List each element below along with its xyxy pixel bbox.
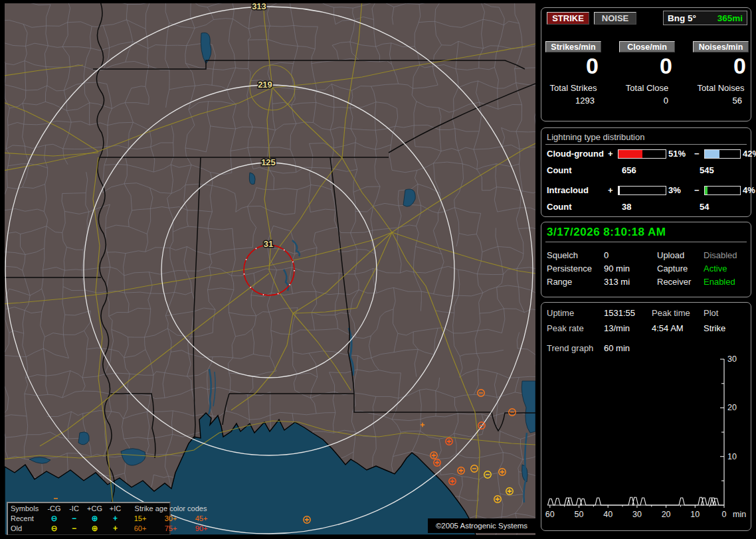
peak-rate-value: 13/min [604, 323, 630, 333]
peak-rate-label: Peak rate [547, 323, 584, 333]
trend-x-tick-label: 30 [632, 510, 642, 519]
peak-time-label: Peak time [652, 308, 690, 318]
plot-value: Strike [704, 323, 725, 333]
cloud-ground-label: Cloud-ground [547, 149, 608, 159]
old-ic-pos-icon: + [106, 524, 125, 534]
minus-sign: − [694, 149, 704, 159]
distribution-title: Lightning type distribution [547, 132, 644, 142]
ic-positive-bar [618, 186, 666, 195]
capture-label: Capture [657, 264, 688, 273]
ic-negative-bar [704, 186, 741, 195]
cg-positive-bar [618, 149, 666, 159]
receiver-label: Receiver [657, 277, 691, 287]
map-canvas: 31321912531 [5, 3, 535, 535]
old-cg-neg-icon: ⊖ [44, 524, 64, 534]
total-strikes-label: Total Strikes [543, 83, 604, 93]
trend-strike-rate-series [548, 497, 725, 505]
recent-cg-neg-icon: ⊖ [44, 514, 64, 524]
trend-x-tick-label: 60 [545, 510, 555, 519]
plus-sign: + [608, 185, 618, 195]
trend-y-tick-label: 20 [727, 403, 737, 412]
upload-label: Upload [657, 250, 684, 260]
datetime-display: 3/17/2026 8:10:18 AM [547, 226, 666, 239]
trend-y-tick-label: 10 [727, 452, 737, 461]
control-panel: STRIKE NOISE Bng 5° 365mi Strikes/min 0 … [541, 0, 753, 539]
cg-negative-count: 545 [700, 165, 714, 175]
trend-x-tick-label: 50 [575, 510, 584, 519]
session-trend-box: Uptime 1531:55 Peak time Plot Peak rate … [541, 302, 751, 531]
range-value: 365mi [717, 13, 743, 23]
trend-x-tick-label: 10 [690, 510, 700, 519]
age-60: 60+ [125, 524, 155, 534]
peak-time-value: 4:54 AM [652, 323, 684, 333]
ring-label-219: 219 [258, 80, 272, 90]
ring-label-313: 313 [252, 3, 266, 11]
noises-per-min-value: 0 [690, 52, 751, 83]
app-window: { "map": { "colors": {"land":"#5c5150","… [0, 0, 756, 539]
trend-y-tick-label: 30 [727, 354, 737, 364]
legend-recent-row: Recent ⊖ − ⊕ + 15+ 30+ 45+ [11, 514, 167, 524]
lightning-map[interactable]: 31321912531 Symbols -CG -IC +CG +IC Stri… [5, 3, 535, 535]
squelch-value: 0 [604, 250, 609, 260]
ic-negative-count: 54 [700, 202, 709, 212]
close-per-min-value: 0 [616, 52, 678, 83]
ic-positive-pct: 3% [668, 185, 694, 195]
trend-x-tick-label: 20 [662, 510, 671, 519]
recent-ic-pos-icon: + [106, 514, 125, 524]
cg-negative-bar [704, 149, 741, 159]
strike-counters-box: STRIKE NOISE Bng 5° 365mi Strikes/min 0 … [541, 7, 751, 121]
cg-positive-count: 656 [622, 165, 636, 175]
plot-label: Plot [704, 308, 718, 318]
legend-cg-pos-label: +CG [84, 504, 106, 514]
intracloud-label: Intracloud [547, 185, 608, 195]
map-legend: Symbols -CG -IC +CG +IC Strike age color… [7, 502, 171, 535]
cg-positive-pct: 51% [668, 149, 694, 159]
legend-old-row: Old ⊖ − ⊕ + 60+ 75+ 90+ [11, 524, 167, 534]
distribution-divider [545, 144, 747, 145]
ic-count-label: Count [547, 202, 572, 212]
persistence-value: 90 min [604, 264, 630, 273]
strikes-per-min-value: 0 [543, 52, 604, 83]
squelch-label: Squelch [547, 250, 578, 260]
upload-status: Disabled [704, 250, 737, 260]
trend-x-tick-label: 40 [603, 510, 613, 519]
noise-mode-button[interactable]: NOISE [594, 12, 636, 25]
old-cg-pos-icon: ⊕ [84, 524, 106, 534]
age-15: 15+ [125, 514, 155, 524]
ic-negative-pct: 4% [743, 185, 756, 195]
trend-graph-label: Trend graph [547, 343, 593, 353]
trend-x-unit-label: min [733, 510, 746, 519]
legend-ic-pos-label: +IC [106, 504, 125, 514]
recent-ic-neg-icon: − [64, 514, 84, 524]
strikes-per-min-button[interactable]: Strikes/min [545, 41, 601, 52]
cg-negative-pct: 42% [743, 149, 756, 159]
noises-per-min-button[interactable]: Noises/min [693, 41, 749, 52]
total-noises-value: 56 [690, 96, 751, 106]
cg-count-label: Count [547, 165, 572, 175]
uptime-value: 1531:55 [604, 308, 635, 318]
ring-label-31: 31 [264, 239, 273, 249]
lake [78, 432, 89, 445]
range-value: 313 mi [604, 277, 630, 287]
capture-status: Active [704, 264, 727, 273]
range-label: Range [547, 277, 572, 287]
age-45: 45+ [186, 514, 217, 524]
status-box: 3/17/2026 8:10:18 AM Squelch 0 Upload Di… [541, 222, 751, 297]
bearing-value: Bng 5° [668, 13, 696, 23]
legend-recent-label: Recent [11, 514, 44, 524]
age-90: 90+ [186, 524, 217, 534]
trend-graph: 1020306050403020100min [541, 353, 752, 530]
receiver-status: Enabled [704, 277, 735, 287]
total-noises-label: Total Noises [690, 83, 751, 93]
strike-mode-button[interactable]: STRIKE [547, 12, 589, 25]
recent-cg-pos-icon: ⊕ [84, 514, 106, 524]
legend-old-label: Old [11, 524, 44, 534]
trend-window-value: 60 min [604, 343, 630, 353]
age-75: 75+ [155, 524, 186, 534]
close-per-min-button[interactable]: Close/min [619, 41, 675, 52]
cloud-ground-row: Cloud-ground + 51% − 42% [547, 149, 756, 159]
legend-symbols-label: Symbols [11, 504, 44, 514]
total-strikes-value: 1293 [543, 96, 604, 106]
ic-positive-count: 38 [622, 202, 631, 212]
close-counter-column: Close/min 0 Total Close 0 [616, 41, 678, 117]
